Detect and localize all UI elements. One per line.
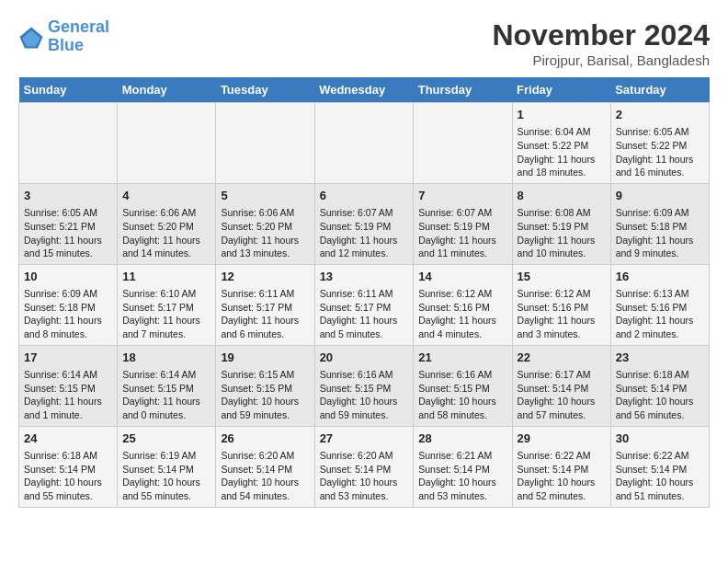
calendar-week-row: 17Sunrise: 6:14 AMSunset: 5:15 PMDayligh… xyxy=(19,345,710,426)
day-info: Sunrise: 6:04 AM xyxy=(518,125,606,139)
calendar-cell: 10Sunrise: 6:09 AMSunset: 5:18 PMDayligh… xyxy=(19,264,118,345)
day-info: Sunset: 5:20 PM xyxy=(221,220,309,234)
calendar-cell: 22Sunrise: 6:17 AMSunset: 5:14 PMDayligh… xyxy=(512,345,610,426)
day-info: Sunset: 5:22 PM xyxy=(518,139,606,153)
day-info: Sunrise: 6:20 AM xyxy=(221,449,309,463)
day-info: Daylight: 10 hours and 56 minutes. xyxy=(616,395,704,421)
day-info: Sunrise: 6:16 AM xyxy=(418,368,506,382)
day-info: Sunset: 5:15 PM xyxy=(418,382,506,396)
day-info: Sunset: 5:14 PM xyxy=(616,382,704,396)
day-info: Sunrise: 6:18 AM xyxy=(616,368,704,382)
day-info: Sunset: 5:14 PM xyxy=(616,463,704,477)
calendar-cell: 23Sunrise: 6:18 AMSunset: 5:14 PMDayligh… xyxy=(610,345,709,426)
calendar-cell: 27Sunrise: 6:20 AMSunset: 5:14 PMDayligh… xyxy=(314,426,414,507)
day-info: Sunset: 5:19 PM xyxy=(418,220,506,234)
calendar-cell: 25Sunrise: 6:19 AMSunset: 5:14 PMDayligh… xyxy=(118,426,216,507)
day-info: Sunrise: 6:14 AM xyxy=(122,368,210,382)
day-info: Daylight: 11 hours and 12 minutes. xyxy=(320,234,409,260)
day-info: Daylight: 10 hours and 59 minutes. xyxy=(221,395,309,421)
calendar-cell: 18Sunrise: 6:14 AMSunset: 5:15 PMDayligh… xyxy=(118,345,216,426)
day-info: Sunrise: 6:18 AM xyxy=(24,449,112,463)
day-number: 2 xyxy=(616,107,704,123)
day-info: Daylight: 11 hours and 5 minutes. xyxy=(320,314,409,340)
day-number: 21 xyxy=(418,350,506,366)
day-number: 19 xyxy=(221,350,309,366)
day-info: Sunset: 5:15 PM xyxy=(221,382,309,396)
calendar-week-row: 24Sunrise: 6:18 AMSunset: 5:14 PMDayligh… xyxy=(19,426,710,507)
day-number: 22 xyxy=(518,350,606,366)
day-info: Daylight: 11 hours and 15 minutes. xyxy=(24,234,112,260)
day-info: Daylight: 11 hours and 2 minutes. xyxy=(616,314,704,340)
day-header-thursday: Thursday xyxy=(414,77,512,103)
calendar-cell: 3Sunrise: 6:05 AMSunset: 5:21 PMDaylight… xyxy=(19,183,118,264)
calendar-cell: 13Sunrise: 6:11 AMSunset: 5:17 PMDayligh… xyxy=(314,264,414,345)
day-number: 18 xyxy=(122,350,210,366)
day-info: Sunset: 5:14 PM xyxy=(518,463,606,477)
day-info: Sunrise: 6:21 AM xyxy=(418,449,506,463)
day-number: 1 xyxy=(518,107,606,123)
day-info: Daylight: 11 hours and 8 minutes. xyxy=(24,314,112,340)
day-header-wednesday: Wednesday xyxy=(314,77,414,103)
day-info: Sunset: 5:14 PM xyxy=(24,463,112,477)
day-info: Daylight: 11 hours and 3 minutes. xyxy=(518,314,606,340)
calendar-cell: 8Sunrise: 6:08 AMSunset: 5:19 PMDaylight… xyxy=(512,183,610,264)
calendar-cell: 21Sunrise: 6:16 AMSunset: 5:15 PMDayligh… xyxy=(414,345,512,426)
day-number: 5 xyxy=(221,188,309,204)
day-header-tuesday: Tuesday xyxy=(216,77,314,103)
day-number: 3 xyxy=(24,188,112,204)
day-header-saturday: Saturday xyxy=(610,77,709,103)
day-info: Sunset: 5:17 PM xyxy=(122,301,210,315)
day-number: 28 xyxy=(418,431,506,447)
calendar-cell: 15Sunrise: 6:12 AMSunset: 5:16 PMDayligh… xyxy=(512,264,610,345)
calendar-header-row: SundayMondayTuesdayWednesdayThursdayFrid… xyxy=(19,77,710,103)
day-info: Sunrise: 6:06 AM xyxy=(122,206,210,220)
day-info: Sunset: 5:21 PM xyxy=(24,220,112,234)
day-number: 13 xyxy=(320,269,409,285)
day-info: Sunrise: 6:09 AM xyxy=(616,206,704,220)
day-info: Sunset: 5:18 PM xyxy=(616,220,704,234)
calendar-cell: 12Sunrise: 6:11 AMSunset: 5:17 PMDayligh… xyxy=(216,264,314,345)
day-number: 30 xyxy=(616,431,704,447)
logo-text: General Blue xyxy=(48,18,109,55)
day-number: 6 xyxy=(320,188,409,204)
day-info: Sunset: 5:18 PM xyxy=(24,301,112,315)
day-info: Sunrise: 6:22 AM xyxy=(518,449,606,463)
day-info: Daylight: 11 hours and 10 minutes. xyxy=(518,234,606,260)
calendar-cell: 16Sunrise: 6:13 AMSunset: 5:16 PMDayligh… xyxy=(610,264,709,345)
day-info: Sunset: 5:14 PM xyxy=(320,463,409,477)
day-info: Sunset: 5:15 PM xyxy=(320,382,409,396)
calendar-week-row: 10Sunrise: 6:09 AMSunset: 5:18 PMDayligh… xyxy=(19,264,710,345)
day-info: Daylight: 11 hours and 14 minutes. xyxy=(122,234,210,260)
day-info: Daylight: 10 hours and 58 minutes. xyxy=(418,395,506,421)
day-info: Daylight: 10 hours and 54 minutes. xyxy=(221,476,309,502)
day-info: Sunset: 5:19 PM xyxy=(518,220,606,234)
day-info: Sunset: 5:16 PM xyxy=(518,301,606,315)
day-info: Sunrise: 6:10 AM xyxy=(122,287,210,301)
calendar-week-row: 1Sunrise: 6:04 AMSunset: 5:22 PMDaylight… xyxy=(19,103,710,184)
day-info: Sunrise: 6:16 AM xyxy=(320,368,409,382)
day-info: Daylight: 10 hours and 55 minutes. xyxy=(122,476,210,502)
day-info: Daylight: 10 hours and 51 minutes. xyxy=(616,476,704,502)
day-number: 8 xyxy=(518,188,606,204)
day-info: Daylight: 11 hours and 18 minutes. xyxy=(518,153,606,179)
logo-icon xyxy=(18,24,44,50)
calendar-cell: 30Sunrise: 6:22 AMSunset: 5:14 PMDayligh… xyxy=(610,426,709,507)
day-info: Sunset: 5:19 PM xyxy=(320,220,409,234)
calendar-cell xyxy=(19,103,118,184)
day-number: 10 xyxy=(24,269,112,285)
calendar-cell: 4Sunrise: 6:06 AMSunset: 5:20 PMDaylight… xyxy=(118,183,216,264)
day-info: Sunrise: 6:12 AM xyxy=(418,287,506,301)
logo: General Blue xyxy=(18,18,109,55)
calendar-cell xyxy=(314,103,414,184)
calendar-cell: 28Sunrise: 6:21 AMSunset: 5:14 PMDayligh… xyxy=(414,426,512,507)
day-info: Sunset: 5:17 PM xyxy=(221,301,309,315)
calendar-cell: 14Sunrise: 6:12 AMSunset: 5:16 PMDayligh… xyxy=(414,264,512,345)
day-info: Sunrise: 6:13 AM xyxy=(616,287,704,301)
day-info: Daylight: 10 hours and 59 minutes. xyxy=(320,395,409,421)
day-info: Daylight: 10 hours and 52 minutes. xyxy=(518,476,606,502)
day-info: Sunrise: 6:17 AM xyxy=(518,368,606,382)
day-info: Sunrise: 6:20 AM xyxy=(320,449,409,463)
day-info: Sunrise: 6:19 AM xyxy=(122,449,210,463)
day-info: Sunrise: 6:07 AM xyxy=(418,206,506,220)
day-info: Sunset: 5:20 PM xyxy=(122,220,210,234)
